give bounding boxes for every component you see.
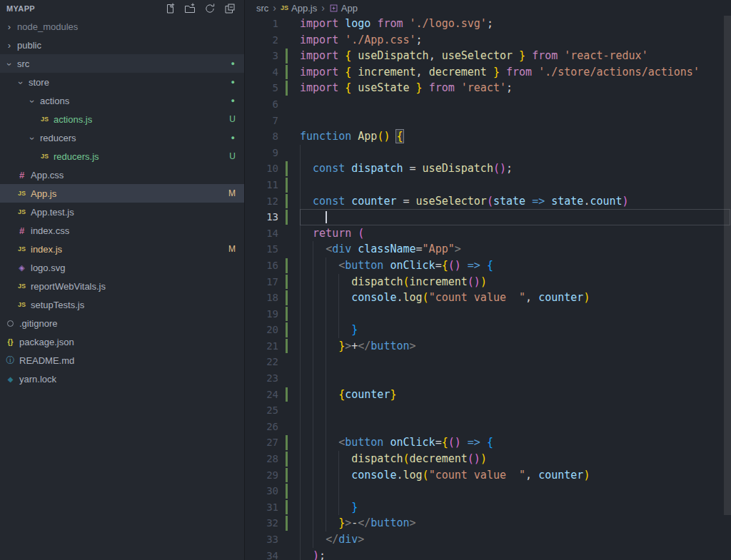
- code-line[interactable]: 18 console.log("count value ", counter): [245, 290, 731, 306]
- tree-item-app-test-js[interactable]: JSApp.test.js: [0, 203, 244, 221]
- line-number[interactable]: 8: [245, 128, 278, 145]
- code-line[interactable]: 7: [245, 113, 731, 129]
- tree-item-reducers[interactable]: ›reducers●: [0, 128, 244, 147]
- code-line[interactable]: 9: [245, 145, 731, 161]
- code-line[interactable]: 13: [245, 209, 731, 225]
- code-line[interactable]: 30: [245, 483, 731, 499]
- code-line[interactable]: 8function App() {: [245, 128, 731, 145]
- tree-item-actions-js[interactable]: JSactions.jsU: [0, 110, 244, 128]
- code-line[interactable]: 33 </div>: [245, 531, 731, 548]
- tree-item-yarn-lock[interactable]: ◆yarn.lock: [0, 370, 244, 388]
- code-line[interactable]: 2import './App.css';: [245, 32, 731, 49]
- line-number[interactable]: 34: [245, 548, 278, 560]
- code-line[interactable]: 20 }: [245, 322, 731, 338]
- code-line[interactable]: 24 {counter}: [245, 387, 731, 403]
- tree-item-app-js[interactable]: JSApp.jsM: [0, 184, 244, 203]
- code-line[interactable]: 26: [245, 419, 731, 435]
- breadcrumb-item-app[interactable]: App: [329, 3, 358, 14]
- code-line[interactable]: 17 dispatch(increment()): [245, 274, 731, 290]
- tree-item-setuptests-js[interactable]: JSsetupTests.js: [0, 295, 244, 314]
- line-number[interactable]: 18: [245, 290, 278, 306]
- line-number[interactable]: 1: [245, 16, 278, 32]
- line-number[interactable]: 4: [245, 64, 278, 81]
- line-number[interactable]: 21: [245, 338, 278, 355]
- tree-item-readme-md[interactable]: ⓘREADME.md: [0, 351, 244, 370]
- line-number[interactable]: 7: [245, 113, 278, 129]
- line-number[interactable]: 32: [245, 515, 278, 531]
- editor-scrollbar[interactable]: [724, 16, 731, 560]
- tree-item-logo-svg[interactable]: ◈logo.svg: [0, 258, 244, 277]
- collapse-folders-icon[interactable]: [224, 3, 236, 14]
- tree-item-index-css[interactable]: #index.css: [0, 221, 244, 240]
- code-line[interactable]: 6: [245, 96, 731, 113]
- code-line[interactable]: 12 const counter = useSelector(state => …: [245, 193, 731, 210]
- refresh-explorer-icon[interactable]: [204, 3, 216, 14]
- line-number[interactable]: 22: [245, 354, 278, 370]
- line-number[interactable]: 14: [245, 225, 278, 242]
- new-file-icon[interactable]: [164, 3, 176, 14]
- line-number[interactable]: 9: [245, 145, 278, 161]
- line-number[interactable]: 2: [245, 32, 278, 49]
- line-number[interactable]: 20: [245, 322, 278, 338]
- line-number[interactable]: 10: [245, 161, 278, 177]
- code-line[interactable]: 19: [245, 306, 731, 322]
- code-line[interactable]: 4import { increment, decrement } from '.…: [245, 64, 731, 81]
- code-line[interactable]: 27 <button onClick={() => {: [245, 434, 731, 451]
- code-line[interactable]: 32 }>-</button>: [245, 515, 731, 531]
- code-line[interactable]: 5import { useState } from 'react';: [245, 80, 731, 96]
- line-number[interactable]: 30: [245, 483, 278, 499]
- line-number[interactable]: 26: [245, 419, 278, 435]
- line-number[interactable]: 17: [245, 274, 278, 290]
- code-line[interactable]: 23: [245, 370, 731, 387]
- tree-item-reducers-js[interactable]: JSreducers.jsU: [0, 147, 244, 166]
- tree-item-app-css[interactable]: #App.css: [0, 166, 244, 184]
- new-folder-icon[interactable]: [184, 3, 196, 14]
- line-number[interactable]: 16: [245, 258, 278, 274]
- line-number[interactable]: 11: [245, 177, 278, 193]
- line-number[interactable]: 15: [245, 241, 278, 258]
- line-number[interactable]: 33: [245, 531, 278, 548]
- line-number[interactable]: 31: [245, 499, 278, 516]
- code-line[interactable]: 3import { useDispatch, useSelector } fro…: [245, 48, 731, 64]
- code-line[interactable]: 11: [245, 177, 731, 193]
- breadcrumb-item-src[interactable]: src: [256, 3, 268, 14]
- code-line[interactable]: 16 <button onClick={() => {: [245, 258, 731, 274]
- line-number[interactable]: 13: [245, 209, 278, 225]
- line-number[interactable]: 29: [245, 467, 278, 484]
- code-line[interactable]: 25: [245, 402, 731, 419]
- tree-item-package-json[interactable]: {}package.json: [0, 332, 244, 351]
- line-number[interactable]: 28: [245, 451, 278, 467]
- tree-item-src[interactable]: ›src●: [0, 54, 244, 73]
- code-line[interactable]: 29 console.log("count value ", counter): [245, 467, 731, 484]
- code-line[interactable]: 21 }>+</button>: [245, 338, 731, 355]
- scrollbar-thumb[interactable]: [724, 16, 731, 515]
- line-number[interactable]: 5: [245, 80, 278, 96]
- code-line[interactable]: 1import logo from './logo.svg';: [245, 16, 731, 32]
- line-number[interactable]: 3: [245, 48, 278, 64]
- code-line[interactable]: 28 dispatch(decrement()): [245, 451, 731, 467]
- line-number[interactable]: 24: [245, 387, 278, 403]
- code-line[interactable]: 14 return (: [245, 225, 731, 242]
- code-text: return (: [300, 225, 364, 242]
- code-line[interactable]: 22: [245, 354, 731, 370]
- tree-item--gitignore[interactable]: .gitignore: [0, 314, 244, 332]
- code-area[interactable]: 1import logo from './logo.svg';2import '…: [245, 16, 731, 560]
- line-number[interactable]: 27: [245, 434, 278, 451]
- code-line[interactable]: 10 const dispatch = useDispatch();: [245, 161, 731, 177]
- tree-item-store[interactable]: ›store●: [0, 73, 244, 91]
- breadcrumb-item-app-js[interactable]: JSApp.js: [281, 3, 317, 14]
- tree-item-node-modules[interactable]: ›node_modules: [0, 17, 244, 36]
- explorer-header: MYAPP: [0, 0, 244, 17]
- line-number[interactable]: 25: [245, 402, 278, 419]
- tree-item-public[interactable]: ›public: [0, 36, 244, 54]
- line-number[interactable]: 23: [245, 370, 278, 387]
- code-line[interactable]: 34 );: [245, 548, 731, 560]
- line-number[interactable]: 19: [245, 306, 278, 322]
- tree-item-index-js[interactable]: JSindex.jsM: [0, 240, 244, 258]
- line-number[interactable]: 6: [245, 96, 278, 113]
- tree-item-actions[interactable]: ›actions●: [0, 91, 244, 110]
- tree-item-reportwebvitals-js[interactable]: JSreportWebVitals.js: [0, 277, 244, 295]
- code-line[interactable]: 31 }: [245, 499, 731, 516]
- line-number[interactable]: 12: [245, 193, 278, 210]
- code-line[interactable]: 15 <div className="App">: [245, 241, 731, 258]
